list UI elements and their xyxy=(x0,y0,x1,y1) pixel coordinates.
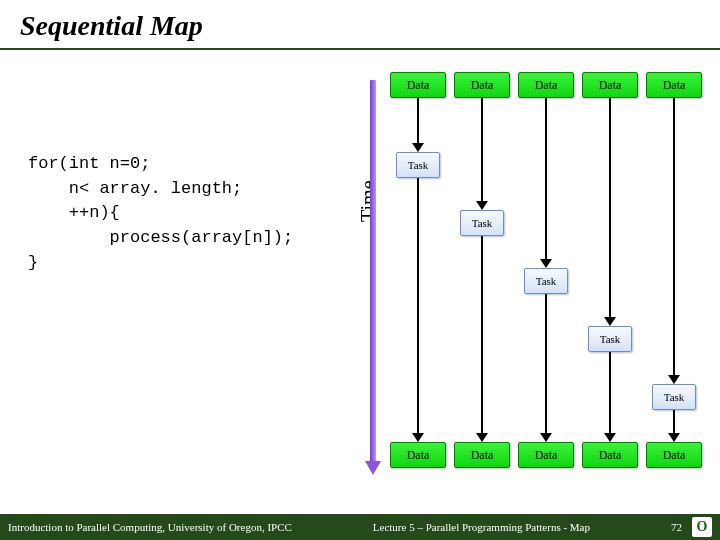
connector-line xyxy=(673,98,675,376)
task-box: Task xyxy=(524,268,568,294)
connector-line xyxy=(481,98,483,202)
data-box: Data xyxy=(390,442,446,468)
time-arrow-head xyxy=(365,461,381,475)
page-title: Sequential Map xyxy=(20,10,720,42)
time-arrow-shaft xyxy=(370,80,376,465)
arrowhead-icon xyxy=(540,259,552,268)
connector-line xyxy=(417,178,419,434)
data-box: Data xyxy=(454,72,510,98)
title-bar: Sequential Map xyxy=(0,0,720,50)
data-box: Data xyxy=(582,442,638,468)
footer-bar: Introduction to Parallel Computing, Univ… xyxy=(0,514,720,540)
connector-line xyxy=(673,410,675,434)
arrowhead-icon xyxy=(540,433,552,442)
diagram-column: DataTaskData xyxy=(518,72,574,492)
diagram-column: DataTaskData xyxy=(646,72,702,492)
diagram-column: DataTaskData xyxy=(390,72,446,492)
task-box: Task xyxy=(588,326,632,352)
connector-line xyxy=(545,98,547,260)
sequential-map-diagram: DataTaskDataDataTaskDataDataTaskDataData… xyxy=(390,72,710,492)
arrowhead-icon xyxy=(604,317,616,326)
data-box: Data xyxy=(582,72,638,98)
arrowhead-icon xyxy=(412,143,424,152)
data-box: Data xyxy=(518,72,574,98)
footer-mid: Lecture 5 – Parallel Programming Pattern… xyxy=(292,521,671,533)
connector-line xyxy=(609,352,611,434)
arrowhead-icon xyxy=(412,433,424,442)
data-box: Data xyxy=(454,442,510,468)
arrowhead-icon xyxy=(604,433,616,442)
task-box: Task xyxy=(460,210,504,236)
footer-left: Introduction to Parallel Computing, Univ… xyxy=(8,521,292,533)
diagram-column: DataTaskData xyxy=(454,72,510,492)
data-box: Data xyxy=(646,72,702,98)
data-box: Data xyxy=(390,72,446,98)
task-box: Task xyxy=(396,152,440,178)
data-box: Data xyxy=(646,442,702,468)
connector-line xyxy=(545,294,547,434)
footer-page-number: 72 xyxy=(671,521,682,533)
task-box: Task xyxy=(652,384,696,410)
connector-line xyxy=(609,98,611,318)
arrowhead-icon xyxy=(476,201,488,210)
arrowhead-icon xyxy=(668,433,680,442)
code-block: for(int n=0; n< array. length; ++n){ pro… xyxy=(28,152,293,275)
content-area: for(int n=0; n< array. length; ++n){ pro… xyxy=(0,52,720,512)
arrowhead-icon xyxy=(668,375,680,384)
arrowhead-icon xyxy=(476,433,488,442)
diagram-column: DataTaskData xyxy=(582,72,638,492)
connector-line xyxy=(481,236,483,434)
time-arrow xyxy=(368,80,378,475)
data-box: Data xyxy=(518,442,574,468)
uo-logo-icon: O xyxy=(692,517,712,537)
connector-line xyxy=(417,98,419,144)
